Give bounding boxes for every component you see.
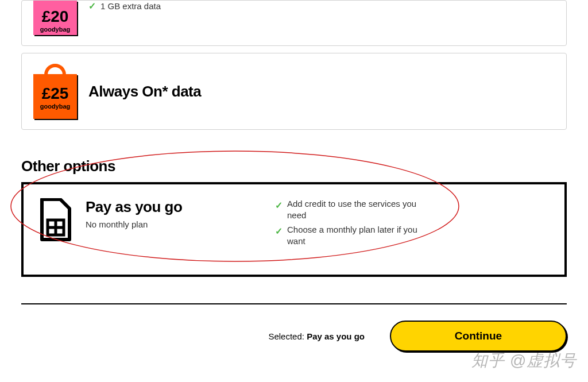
payg-text: Pay as you go No monthly plan bbox=[86, 198, 182, 229]
divider bbox=[21, 303, 567, 304]
selected-label: Selected: bbox=[268, 331, 304, 341]
feature-text: Choose a monthly plan later if you want bbox=[287, 224, 424, 248]
goodybag-body: £25 goodybag bbox=[33, 74, 77, 119]
goodybag-tag: goodybag bbox=[40, 103, 71, 110]
check-icon: ✓ bbox=[275, 199, 283, 212]
payg-title: Pay as you go bbox=[86, 198, 182, 216]
selected-value: Pay as you go bbox=[307, 331, 365, 341]
plan-card-20[interactable]: £20 goodybag ✓ 1 GB extra data bbox=[21, 0, 567, 46]
goodybag-price: £25 bbox=[42, 86, 69, 102]
payg-subtitle: No monthly plan bbox=[86, 219, 182, 229]
goodybag-20: £20 goodybag bbox=[33, 1, 77, 35]
plan-content: ✓ 1 GB extra data bbox=[88, 1, 555, 11]
plan-content: Always On* data bbox=[88, 83, 555, 101]
payg-card[interactable]: Pay as you go No monthly plan ✓ Add cred… bbox=[21, 182, 567, 277]
plan-card-25[interactable]: £25 goodybag Always On* data bbox=[21, 53, 567, 130]
payg-feature: ✓ Choose a monthly plan later if you wan… bbox=[275, 224, 424, 248]
feature-text: Add credit to use the services you need bbox=[287, 198, 424, 222]
bag-handle-icon bbox=[44, 64, 66, 75]
goodybag-tag: goodybag bbox=[40, 26, 71, 33]
footer-row: Selected: Pay as you go Continue bbox=[21, 321, 567, 352]
feature-text: 1 GB extra data bbox=[100, 1, 161, 11]
continue-button[interactable]: Continue bbox=[390, 321, 567, 352]
check-icon: ✓ bbox=[88, 1, 96, 11]
sim-card-icon bbox=[37, 198, 72, 242]
payg-features: ✓ Add credit to use the services you nee… bbox=[275, 198, 424, 247]
other-options-heading: Other options bbox=[21, 157, 567, 175]
check-icon: ✓ bbox=[275, 225, 283, 238]
goodybag-25: £25 goodybag bbox=[33, 64, 77, 119]
payg-left: Pay as you go No monthly plan bbox=[37, 198, 261, 247]
goodybag-price: £20 bbox=[42, 9, 69, 25]
payg-feature: ✓ Add credit to use the services you nee… bbox=[275, 198, 424, 222]
selected-text: Selected: Pay as you go bbox=[268, 331, 365, 341]
plan-title: Always On* data bbox=[88, 83, 555, 101]
watermark: 知乎 @虚拟号 bbox=[471, 350, 577, 372]
plan-feature: ✓ 1 GB extra data bbox=[88, 1, 555, 11]
